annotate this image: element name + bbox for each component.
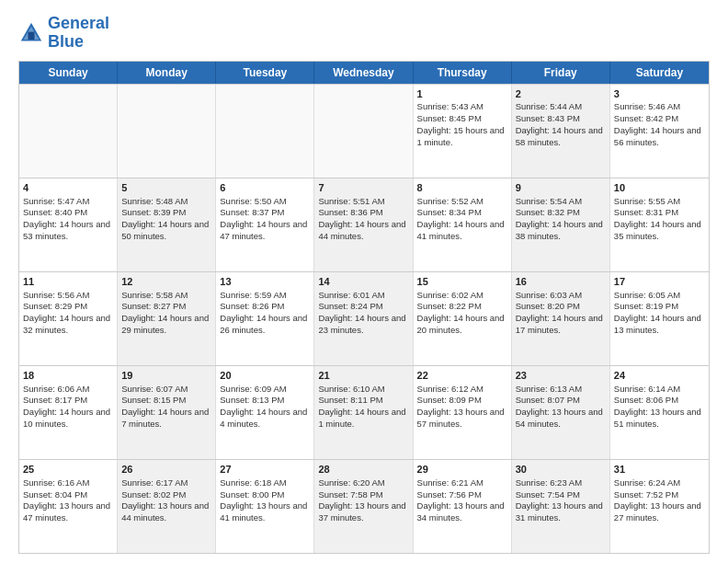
sunrise-text: Sunrise: 5:55 AM: [614, 196, 680, 206]
day-number: 13: [220, 275, 310, 289]
day-number: 29: [417, 463, 507, 477]
sunset-text: Sunset: 8:06 PM: [614, 395, 678, 405]
header-day-tuesday: Tuesday: [216, 62, 314, 84]
daylight-text: Daylight: 13 hours and 54 minutes.: [516, 407, 603, 429]
sunrise-text: Sunrise: 6:02 AM: [417, 290, 483, 300]
cal-cell: [118, 85, 216, 178]
cal-cell: 23 Sunrise: 6:13 AM Sunset: 8:07 PM Dayl…: [512, 366, 610, 459]
sunset-text: Sunset: 8:34 PM: [417, 207, 482, 217]
sunrise-text: Sunrise: 6:24 AM: [614, 477, 680, 488]
cal-cell: 1 Sunrise: 5:43 AM Sunset: 8:45 PM Dayli…: [414, 85, 512, 178]
day-number: 4: [23, 181, 113, 195]
header-day-friday: Friday: [512, 62, 610, 84]
daylight-text: Daylight: 15 hours and 1 minute.: [417, 125, 505, 147]
calendar: SundayMondayTuesdayWednesdayThursdayFrid…: [18, 61, 710, 554]
cal-cell: 5 Sunrise: 5:48 AM Sunset: 8:39 PM Dayli…: [118, 178, 216, 271]
day-number: 25: [23, 463, 113, 477]
daylight-text: Daylight: 14 hours and 29 minutes.: [121, 313, 209, 335]
logo-text-line1: General: [48, 15, 109, 33]
cal-cell: 7 Sunrise: 5:51 AM Sunset: 8:36 PM Dayli…: [314, 178, 413, 271]
cal-cell: 31 Sunrise: 6:24 AM Sunset: 7:52 PM Dayl…: [610, 460, 709, 553]
day-number: 5: [121, 181, 211, 195]
day-number: 9: [516, 181, 606, 195]
daylight-text: Daylight: 13 hours and 27 minutes.: [614, 500, 701, 523]
sunset-text: Sunset: 8:36 PM: [318, 207, 382, 217]
sunrise-text: Sunrise: 6:09 AM: [220, 384, 286, 394]
daylight-text: Daylight: 14 hours and 17 minutes.: [516, 313, 603, 335]
daylight-text: Daylight: 14 hours and 26 minutes.: [220, 313, 307, 335]
sunrise-text: Sunrise: 5:51 AM: [318, 196, 384, 206]
sunset-text: Sunset: 8:15 PM: [121, 395, 186, 405]
day-number: 23: [516, 369, 606, 383]
daylight-text: Daylight: 14 hours and 38 minutes.: [516, 219, 603, 241]
sunset-text: Sunset: 8:20 PM: [516, 301, 580, 311]
sunrise-text: Sunrise: 6:05 AM: [614, 290, 680, 300]
sunrise-text: Sunrise: 5:56 AM: [23, 290, 89, 300]
sunrise-text: Sunrise: 5:58 AM: [121, 290, 188, 300]
header-day-saturday: Saturday: [610, 62, 709, 84]
sunrise-text: Sunrise: 5:48 AM: [121, 196, 188, 206]
sunrise-text: Sunrise: 5:50 AM: [220, 196, 286, 206]
cal-cell: 22 Sunrise: 6:12 AM Sunset: 8:09 PM Dayl…: [414, 366, 512, 459]
sunset-text: Sunset: 8:43 PM: [516, 113, 580, 123]
sunset-text: Sunset: 8:13 PM: [220, 395, 284, 405]
day-number: 18: [23, 369, 113, 383]
sunset-text: Sunset: 8:27 PM: [121, 301, 186, 311]
day-number: 14: [318, 275, 408, 289]
cal-cell: [216, 85, 314, 178]
header-day-monday: Monday: [118, 62, 216, 84]
cal-cell: 29 Sunrise: 6:21 AM Sunset: 7:56 PM Dayl…: [414, 460, 512, 553]
daylight-text: Daylight: 13 hours and 47 minutes.: [23, 500, 110, 523]
sunset-text: Sunset: 8:29 PM: [23, 301, 87, 311]
sunset-text: Sunset: 8:02 PM: [121, 489, 186, 500]
cal-cell: 17 Sunrise: 6:05 AM Sunset: 8:19 PM Dayl…: [610, 272, 709, 365]
sunrise-text: Sunrise: 6:14 AM: [614, 384, 680, 394]
daylight-text: Daylight: 14 hours and 1 minute.: [318, 407, 405, 429]
daylight-text: Daylight: 14 hours and 47 minutes.: [220, 219, 307, 241]
logo-text-line2: Blue: [48, 33, 109, 52]
sunset-text: Sunset: 8:32 PM: [516, 207, 580, 217]
cal-cell: 19 Sunrise: 6:07 AM Sunset: 8:15 PM Dayl…: [118, 366, 216, 459]
cal-cell: 27 Sunrise: 6:18 AM Sunset: 8:00 PM Dayl…: [216, 460, 314, 553]
cal-cell: 20 Sunrise: 6:09 AM Sunset: 8:13 PM Dayl…: [216, 366, 314, 459]
sunrise-text: Sunrise: 6:12 AM: [417, 384, 483, 394]
sunset-text: Sunset: 8:00 PM: [220, 489, 284, 500]
daylight-text: Daylight: 14 hours and 53 minutes.: [23, 219, 110, 241]
sunset-text: Sunset: 8:09 PM: [417, 395, 482, 405]
header-day-thursday: Thursday: [414, 62, 512, 84]
sunrise-text: Sunrise: 6:07 AM: [121, 384, 188, 394]
sunrise-text: Sunrise: 6:17 AM: [121, 477, 188, 488]
cal-cell: 24 Sunrise: 6:14 AM Sunset: 8:06 PM Dayl…: [610, 366, 709, 459]
cal-cell: 8 Sunrise: 5:52 AM Sunset: 8:34 PM Dayli…: [414, 178, 512, 271]
cal-cell: 10 Sunrise: 5:55 AM Sunset: 8:31 PM Dayl…: [610, 178, 709, 271]
cal-cell: 30 Sunrise: 6:23 AM Sunset: 7:54 PM Dayl…: [512, 460, 610, 553]
daylight-text: Daylight: 14 hours and 56 minutes.: [614, 125, 701, 147]
sunrise-text: Sunrise: 5:54 AM: [516, 196, 582, 206]
week-row-1: 1 Sunrise: 5:43 AM Sunset: 8:45 PM Dayli…: [19, 84, 709, 178]
sunset-text: Sunset: 8:04 PM: [23, 489, 87, 500]
daylight-text: Daylight: 14 hours and 50 minutes.: [121, 219, 209, 241]
calendar-header: SundayMondayTuesdayWednesdayThursdayFrid…: [19, 62, 709, 84]
day-number: 24: [614, 369, 705, 383]
sunset-text: Sunset: 8:45 PM: [417, 113, 482, 123]
cal-cell: [314, 85, 413, 178]
day-number: 17: [614, 275, 705, 289]
day-number: 7: [318, 181, 408, 195]
sunset-text: Sunset: 8:07 PM: [516, 395, 580, 405]
sunset-text: Sunset: 7:58 PM: [318, 489, 382, 500]
daylight-text: Daylight: 14 hours and 7 minutes.: [121, 407, 209, 429]
cal-cell: 9 Sunrise: 5:54 AM Sunset: 8:32 PM Dayli…: [512, 178, 610, 271]
sunrise-text: Sunrise: 6:23 AM: [516, 477, 582, 488]
sunset-text: Sunset: 8:24 PM: [318, 301, 382, 311]
svg-rect-2: [28, 31, 35, 39]
daylight-text: Daylight: 13 hours and 37 minutes.: [318, 500, 405, 523]
sunrise-text: Sunrise: 6:13 AM: [516, 384, 582, 394]
cal-cell: 2 Sunrise: 5:44 AM Sunset: 8:43 PM Dayli…: [512, 85, 610, 178]
day-number: 1: [417, 87, 507, 101]
daylight-text: Daylight: 13 hours and 34 minutes.: [417, 500, 505, 523]
day-number: 15: [417, 275, 507, 289]
sunrise-text: Sunrise: 6:16 AM: [23, 477, 89, 488]
day-number: 22: [417, 369, 507, 383]
cal-cell: 26 Sunrise: 6:17 AM Sunset: 8:02 PM Dayl…: [118, 460, 216, 553]
day-number: 8: [417, 181, 507, 195]
